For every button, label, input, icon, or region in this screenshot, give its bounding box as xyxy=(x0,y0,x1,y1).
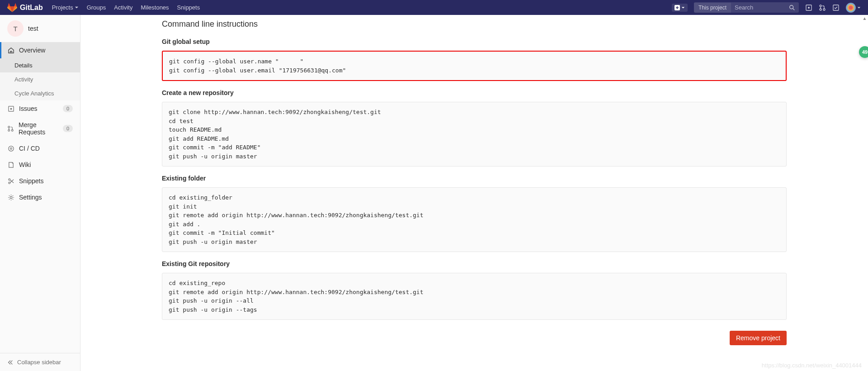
svg-point-5 xyxy=(820,9,821,10)
nav-projects[interactable]: Projects xyxy=(52,4,79,11)
sidebar-item-wiki[interactable]: Wiki xyxy=(0,157,80,173)
svg-point-1 xyxy=(790,5,793,9)
project-header[interactable]: T test xyxy=(0,15,80,42)
sidebar-label: Snippets xyxy=(19,177,43,185)
mr-count-badge: 0 xyxy=(63,125,73,132)
home-icon xyxy=(7,47,14,54)
rocket-icon xyxy=(7,145,14,152)
top-header: GitLab Projects Groups Activity Mileston… xyxy=(0,0,868,15)
svg-point-15 xyxy=(8,178,10,180)
merge-request-icon[interactable] xyxy=(819,4,826,11)
project-name: test xyxy=(28,25,38,32)
svg-point-9 xyxy=(10,108,12,109)
section-heading-existing-repo: Existing Git repository xyxy=(162,260,787,267)
sidebar-label: Overview xyxy=(19,47,45,54)
sidebar-nav: Overview Details Activity Cycle Analytic… xyxy=(0,42,80,353)
gitlab-icon xyxy=(7,3,17,13)
sidebar: T test Overview Details Activity Cycle A… xyxy=(0,15,80,371)
svg-point-10 xyxy=(8,126,10,128)
main-content: Command line instructions Git global set… xyxy=(80,15,868,371)
svg-point-16 xyxy=(8,182,10,184)
sidebar-label: Issues xyxy=(19,105,37,112)
svg-point-17 xyxy=(10,196,12,199)
nav-milestones[interactable]: Milestones xyxy=(141,4,169,11)
project-avatar: T xyxy=(7,20,24,37)
collapse-label: Collapse sidebar xyxy=(17,359,61,366)
svg-point-14 xyxy=(10,147,12,149)
sidebar-label: Wiki xyxy=(19,161,31,168)
gear-icon xyxy=(7,194,14,201)
new-button[interactable] xyxy=(672,4,688,12)
todos-icon[interactable] xyxy=(832,4,840,11)
notification-badge[interactable]: 49 xyxy=(859,46,868,58)
plus-icon xyxy=(675,5,680,10)
sidebar-item-settings[interactable]: Settings xyxy=(0,189,80,205)
scroll-up-icon[interactable]: ▲ xyxy=(861,15,868,22)
svg-point-11 xyxy=(8,129,10,131)
section-heading-global-setup: Git global setup xyxy=(162,38,787,45)
avatar xyxy=(846,3,856,13)
section-heading-existing-folder: Existing folder xyxy=(162,175,787,182)
issues-count-badge: 0 xyxy=(63,105,73,112)
sidebar-item-cycle-analytics[interactable]: Cycle Analytics xyxy=(0,86,80,100)
chevron-double-left-icon xyxy=(7,359,14,366)
remove-project-button[interactable]: Remove project xyxy=(730,331,787,345)
issues-icon[interactable] xyxy=(805,4,812,11)
search-scope[interactable]: This project xyxy=(694,3,731,13)
search-input[interactable] xyxy=(731,2,785,13)
svg-point-13 xyxy=(8,146,13,151)
code-block-existing-folder: cd existing_folder git init git remote a… xyxy=(162,187,787,252)
watermark-text: https://blog.csdn.net/weixin_44001444 xyxy=(762,362,862,369)
svg-point-4 xyxy=(820,5,821,7)
sidebar-item-cicd[interactable]: CI / CD xyxy=(0,140,80,157)
code-block-existing-repo: cd existing_repo git remote add origin h… xyxy=(162,273,787,320)
search-container: This project xyxy=(694,2,799,13)
sidebar-item-details[interactable]: Details xyxy=(0,58,80,72)
svg-point-12 xyxy=(11,129,13,131)
sidebar-item-snippets[interactable]: Snippets xyxy=(0,173,80,189)
svg-point-6 xyxy=(823,9,825,10)
nav-groups[interactable]: Groups xyxy=(87,4,106,11)
nav-activity[interactable]: Activity xyxy=(114,4,132,11)
issues-icon xyxy=(7,105,14,112)
merge-request-icon xyxy=(7,125,14,132)
brand-name: GitLab xyxy=(20,4,43,12)
search-icon[interactable] xyxy=(785,5,799,11)
chevron-down-icon xyxy=(75,5,79,10)
header-right: This project xyxy=(672,2,861,13)
collapse-sidebar-button[interactable]: Collapse sidebar xyxy=(0,353,80,371)
sidebar-label: CI / CD xyxy=(19,145,40,152)
user-menu[interactable] xyxy=(846,3,861,13)
brand-logo[interactable]: GitLab xyxy=(7,3,43,13)
overview-submenu: Details Activity Cycle Analytics xyxy=(0,58,80,100)
sidebar-item-issues[interactable]: Issues 0 xyxy=(0,100,80,117)
sidebar-item-activity[interactable]: Activity xyxy=(0,72,80,86)
section-heading-create-repo: Create a new repository xyxy=(162,89,787,96)
sidebar-label: Merge Requests xyxy=(19,121,58,136)
code-block-global-setup: git config --global user.name " " git co… xyxy=(162,51,787,81)
header-nav: Projects Groups Activity Milestones Snip… xyxy=(52,4,200,11)
book-icon xyxy=(7,162,14,168)
sidebar-item-overview[interactable]: Overview xyxy=(0,42,80,58)
chevron-down-icon xyxy=(681,6,685,10)
nav-snippets[interactable]: Snippets xyxy=(177,4,200,11)
sidebar-item-merge-requests[interactable]: Merge Requests 0 xyxy=(0,117,80,140)
sidebar-label: Settings xyxy=(19,194,42,201)
scissors-icon xyxy=(7,178,14,185)
chevron-down-icon xyxy=(857,6,861,10)
page-title: Command line instructions xyxy=(162,19,787,29)
code-block-create-repo: git clone http://www.hannan.tech:9092/zh… xyxy=(162,102,787,166)
svg-point-3 xyxy=(808,7,810,9)
